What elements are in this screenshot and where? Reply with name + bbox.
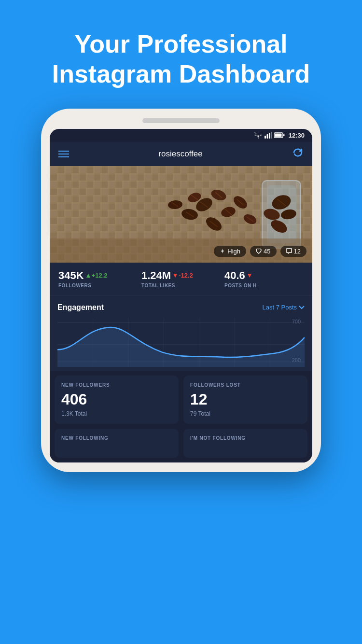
chart-y-min: 200 bbox=[292, 357, 301, 363]
posts-change bbox=[247, 273, 252, 278]
energy-badge: High bbox=[214, 246, 246, 257]
stat-followers: 345K +12.2 FOLLOWERS bbox=[56, 269, 139, 288]
not-following-label: I'M NOT FOLLOWING bbox=[190, 435, 301, 441]
heart-icon bbox=[256, 249, 262, 254]
followers-change: +12.2 bbox=[86, 272, 108, 279]
svg-rect-0 bbox=[265, 136, 266, 139]
status-icons: 12:30 bbox=[254, 132, 305, 139]
arrow-up-icon bbox=[86, 273, 91, 278]
likes-value: 1.24M bbox=[141, 269, 171, 282]
lightning-icon bbox=[220, 248, 225, 254]
new-following-label: NEW FOLLOWING bbox=[61, 435, 172, 441]
svg-marker-42 bbox=[86, 274, 90, 278]
chart-y-max: 700 bbox=[292, 319, 301, 324]
comments-badge: 12 bbox=[280, 246, 306, 257]
chart-svg bbox=[57, 318, 305, 367]
bottom-cards: NEW FOLLOWING I'M NOT FOLLOWING bbox=[50, 429, 312, 462]
new-following-card: NEW FOLLOWING bbox=[55, 429, 179, 458]
stat-total-likes: 1.24M -12.2 TOTAL LIKES bbox=[139, 269, 223, 288]
arrow-down-icon-2 bbox=[247, 273, 252, 278]
period-selector[interactable]: Last 7 Posts bbox=[262, 304, 305, 311]
engagement-section: Engagement Last 7 Posts 700 bbox=[50, 295, 312, 371]
engagement-chart: 700 bbox=[57, 318, 305, 371]
comment-icon bbox=[286, 248, 292, 254]
stat-posts: 40.6 POSTS ON H bbox=[223, 269, 306, 288]
refresh-button[interactable] bbox=[292, 147, 304, 161]
wifi-icon bbox=[254, 132, 263, 139]
hero-title: Your Professional Instagram Dashboard bbox=[19, 29, 343, 89]
likes-badge: 45 bbox=[250, 246, 276, 257]
phone-frame: 12:30 rosiescoffee bbox=[41, 109, 321, 472]
status-bar: 12:30 bbox=[50, 129, 312, 142]
svg-rect-2 bbox=[269, 133, 270, 139]
followers-lost-card: FOLLOWERS LOST 12 79 Total bbox=[183, 376, 307, 424]
svg-rect-5 bbox=[275, 134, 281, 137]
chevron-down-icon bbox=[299, 306, 305, 309]
phone-screen: 12:30 rosiescoffee bbox=[50, 129, 312, 462]
svg-rect-3 bbox=[271, 132, 272, 139]
svg-marker-43 bbox=[173, 274, 177, 278]
battery-icon bbox=[274, 132, 285, 138]
new-followers-card: NEW FOLLOWERS 406 1.3K Total bbox=[55, 376, 179, 424]
followers-value: 345K bbox=[58, 269, 84, 282]
hamburger-button[interactable] bbox=[58, 151, 69, 157]
followers-lost-sub: 79 Total bbox=[190, 410, 301, 417]
followers-label: FOLLOWERS bbox=[58, 283, 138, 288]
svg-marker-41 bbox=[221, 249, 224, 253]
new-followers-label: NEW FOLLOWERS bbox=[61, 382, 172, 388]
posts-label: POSTS ON H bbox=[224, 283, 304, 288]
new-followers-sub: 1.3K Total bbox=[61, 410, 172, 417]
engagement-header: Engagement Last 7 Posts bbox=[57, 303, 305, 312]
likes-change: -12.2 bbox=[173, 272, 193, 279]
stats-row: 345K +12.2 FOLLOWERS 1.24M -12.2 bbox=[50, 263, 312, 295]
svg-marker-44 bbox=[248, 274, 251, 278]
top-nav: rosiescoffee bbox=[50, 142, 312, 166]
engagement-title: Engagement bbox=[57, 303, 104, 312]
status-time: 12:30 bbox=[289, 132, 305, 139]
phone-mockup: 12:30 rosiescoffee bbox=[0, 109, 362, 472]
not-following-card: I'M NOT FOLLOWING bbox=[183, 429, 307, 458]
post-badges: High 45 12 bbox=[214, 246, 306, 257]
svg-rect-6 bbox=[283, 134, 285, 136]
hero-section: Your Professional Instagram Dashboard bbox=[0, 0, 362, 104]
username-label: rosiescoffee bbox=[158, 149, 202, 159]
post-image: High 45 12 bbox=[50, 166, 312, 263]
follower-cards: NEW FOLLOWERS 406 1.3K Total FOLLOWERS L… bbox=[50, 371, 312, 429]
followers-lost-label: FOLLOWERS LOST bbox=[190, 382, 301, 388]
phone-notch bbox=[142, 118, 220, 123]
likes-label: TOTAL LIKES bbox=[141, 283, 221, 288]
new-followers-value: 406 bbox=[61, 391, 172, 408]
followers-lost-value: 12 bbox=[190, 391, 301, 408]
svg-rect-1 bbox=[266, 134, 268, 139]
posts-value: 40.6 bbox=[224, 269, 245, 282]
signal-icon bbox=[265, 132, 272, 139]
arrow-down-icon bbox=[173, 273, 178, 278]
